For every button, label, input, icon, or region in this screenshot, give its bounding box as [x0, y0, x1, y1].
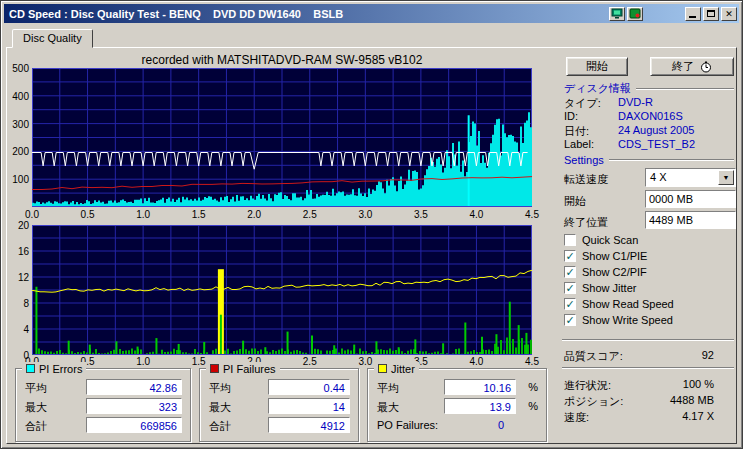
checkbox-show-write-speed[interactable]: ✓ Show Write Speed: [564, 313, 673, 327]
pi-errors-chart: [32, 68, 532, 207]
pif-jitter-chart: [32, 225, 532, 355]
exit-button[interactable]: 終了: [650, 57, 734, 76]
pi-errors-panel: PI Errors 平均42.86 最大323 合計669856: [15, 368, 191, 442]
monitor-icon[interactable]: [609, 7, 625, 21]
tab-disc-quality[interactable]: Disc Quality: [12, 29, 93, 48]
tick-label: 100: [3, 174, 29, 185]
tick-label: 200: [3, 146, 29, 157]
jitter-max-value: 13.9: [444, 398, 516, 414]
progress-label: 進行状況:: [564, 378, 611, 393]
tick-label: 3.0: [352, 209, 378, 220]
speed-select[interactable]: 4 X ▼: [645, 168, 736, 187]
checkbox-box[interactable]: ✓: [564, 266, 576, 278]
start-position-input[interactable]: [645, 190, 736, 208]
tick-label: 1.0: [130, 356, 156, 367]
row-label: PO Failures:: [377, 419, 438, 431]
checkbox-show-c1-pie[interactable]: ✓ Show C1/PIE: [564, 249, 647, 263]
checkbox-show-jitter[interactable]: ✓ Show Jitter: [564, 281, 636, 295]
pi-failures-swatch: [210, 364, 219, 373]
tick-label: 3.5: [408, 209, 434, 220]
position-value: 4488 MB: [634, 394, 714, 406]
disc-record-icon[interactable]: [627, 7, 643, 21]
checkbox-box[interactable]: ✓: [564, 298, 576, 310]
pi-errors-max-value: 323: [86, 398, 182, 414]
pi-failures-average-value: 0.44: [268, 379, 350, 395]
tick-label: 400: [3, 91, 29, 102]
checkbox-box[interactable]: ✓: [564, 250, 576, 262]
checkbox-show-read-speed[interactable]: ✓ Show Read Speed: [564, 297, 674, 311]
checkbox-quick-scan[interactable]: Quick Scan: [564, 233, 638, 247]
titlebar-spacer: [643, 13, 683, 14]
disc-id-label: ID:: [564, 110, 578, 122]
start-button[interactable]: 開始: [566, 57, 628, 76]
checkbox-box[interactable]: ✓: [564, 314, 576, 326]
maximize-button[interactable]: [703, 7, 719, 21]
position-label: ポジション:: [564, 394, 623, 409]
tick-label: 4.5: [519, 356, 545, 367]
pi-errors-y-axis: 500400300200100: [3, 68, 29, 207]
row-label: 最大: [25, 400, 47, 415]
disc-date-value: 24 August 2005: [618, 124, 694, 136]
maximize-icon: [707, 10, 715, 17]
disc-info-header: ディスク情報: [564, 81, 734, 96]
speed-status-label: 速度:: [564, 410, 589, 425]
app-window: CD Speed : Disc Quality Test - BENQ DVD …: [0, 0, 743, 449]
minimize-icon: [689, 16, 696, 18]
panel-title: PI Errors: [39, 363, 82, 375]
pi-errors-x-axis: 0.00.51.01.52.02.53.03.54.04.5: [32, 209, 542, 221]
po-failures-value: 0: [498, 419, 504, 431]
start-position-label: 開始: [564, 194, 586, 209]
disc-label-label: Label:: [564, 138, 594, 150]
tick-label: 0.0: [19, 209, 45, 220]
panel-title: Jitter: [391, 363, 415, 375]
panel-title: PI Failures: [223, 363, 276, 375]
progress-value: 100 %: [634, 378, 714, 390]
row-label: 平均: [377, 381, 399, 396]
tick-label: 500: [3, 63, 29, 74]
checkbox-box[interactable]: [564, 234, 576, 246]
disc-label-value: CDS_TEST_B2: [618, 138, 695, 150]
row-label: 最大: [377, 400, 399, 415]
jitter-average-value: 10.16: [444, 379, 516, 395]
row-label: 合計: [209, 419, 231, 434]
pi-errors-total-value: 669856: [86, 417, 182, 433]
close-icon: ✕: [725, 9, 733, 19]
tick-label: 16: [3, 246, 29, 257]
divider: [636, 88, 734, 90]
disc-type-value: DVD-R: [618, 96, 653, 108]
tick-label: 300: [3, 119, 29, 130]
percent-unit: %: [528, 400, 538, 412]
title-bar[interactable]: CD Speed : Disc Quality Test - BENQ DVD …: [4, 4, 739, 23]
pi-failures-total-value: 4912: [268, 417, 350, 433]
minimize-button[interactable]: [685, 7, 701, 21]
speed-status-value: 4.17 X: [634, 410, 714, 422]
tick-label: 4.0: [463, 356, 489, 367]
tick-label: 0.5: [75, 209, 101, 220]
divider: [609, 159, 734, 161]
percent-unit: %: [528, 381, 538, 393]
tick-label: 2.0: [241, 209, 267, 220]
jitter-swatch: [378, 364, 387, 373]
disc-date-label: 日付:: [564, 124, 589, 139]
row-label: 最大: [209, 400, 231, 415]
pi-errors-swatch: [26, 364, 35, 373]
jitter-panel: Jitter 平均 10.16 % 最大 13.9 % PO Failures:…: [367, 368, 547, 442]
checkbox-show-c2-pif[interactable]: ✓ Show C2/PIF: [564, 265, 647, 279]
end-position-input[interactable]: [645, 211, 736, 229]
row-label: 合計: [25, 419, 47, 434]
tick-label: 8: [3, 298, 29, 309]
pif-jitter-y-axis: 201612840: [3, 225, 29, 355]
divider: [562, 367, 734, 369]
quality-score-label: 品質スコア:: [564, 349, 623, 364]
tick-label: 4.5: [519, 209, 545, 220]
tick-label: 4: [3, 324, 29, 335]
window-title: CD Speed : Disc Quality Test - BENQ DVD …: [4, 8, 343, 20]
tick-label: 1.0: [130, 209, 156, 220]
row-label: 平均: [25, 381, 47, 396]
speed-value: 4 X: [650, 171, 667, 183]
pi-failures-max-value: 14: [268, 398, 350, 414]
close-button[interactable]: ✕: [721, 7, 737, 21]
chevron-down-icon[interactable]: ▼: [718, 170, 734, 185]
tick-label: 12: [3, 272, 29, 283]
checkbox-box[interactable]: ✓: [564, 282, 576, 294]
